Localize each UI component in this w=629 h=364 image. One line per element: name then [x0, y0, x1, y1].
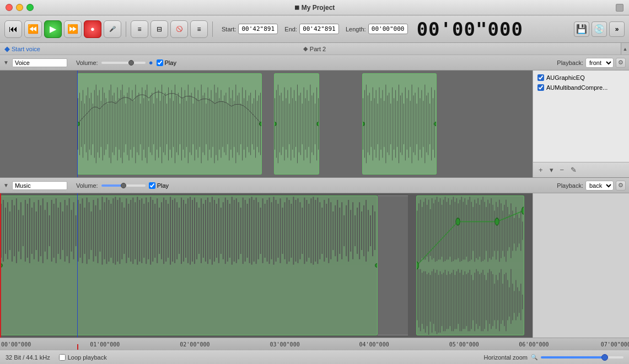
- resize-button[interactable]: [616, 4, 623, 12]
- svg-rect-452: [468, 273, 469, 331]
- edit-button-1[interactable]: ≡: [131, 20, 148, 38]
- voice-play-checkbox-label[interactable]: Play: [157, 59, 176, 66]
- voice-track-header: ▼ Volume: ● Play Playback: front back no…: [0, 55, 629, 70]
- svg-rect-162: [399, 85, 399, 164]
- svg-rect-33: [132, 90, 132, 158]
- edit-button-2[interactable]: ⊟: [150, 20, 168, 38]
- voice-clip-3-right-dot[interactable]: [434, 122, 437, 126]
- svg-rect-172: [415, 93, 416, 155]
- start-label: Start:: [222, 26, 236, 32]
- svg-rect-208: [51, 200, 52, 262]
- music-play-checkbox-label[interactable]: Play: [149, 182, 169, 189]
- record-options-button[interactable]: 🎤: [104, 20, 121, 38]
- music-track-name-input[interactable]: [12, 181, 67, 190]
- voice-clip-2[interactable]: [274, 73, 319, 175]
- svg-rect-142: [366, 85, 367, 164]
- svg-rect-450: [465, 271, 465, 329]
- svg-rect-135: [311, 95, 312, 152]
- plugin-item-1[interactable]: AUGraphicEQ: [535, 73, 627, 83]
- separator-1: [126, 21, 126, 37]
- svg-rect-427: [427, 274, 427, 326]
- music-clip-1[interactable]: [0, 195, 378, 335]
- end-input[interactable]: [299, 24, 339, 34]
- svg-rect-123: [292, 98, 293, 149]
- voice-clip-1-right-dot[interactable]: [259, 122, 262, 126]
- svg-rect-79: [208, 88, 208, 161]
- svg-rect-44: [150, 95, 150, 152]
- svg-rect-203: [40, 205, 41, 256]
- music-volume-slider[interactable]: [101, 184, 146, 187]
- music-collapse-button[interactable]: ▼: [3, 182, 9, 188]
- voice-volume-slider[interactable]: [101, 62, 146, 64]
- svg-rect-364: [430, 209, 431, 256]
- svg-rect-275: [198, 208, 200, 254]
- voice-clip-2-right-dot[interactable]: [316, 122, 319, 126]
- svg-rect-374: [447, 202, 447, 260]
- voice-play-checkbox[interactable]: [157, 59, 163, 66]
- edit-button-4[interactable]: ≡: [190, 20, 208, 38]
- voice-track-name-input[interactable]: [12, 58, 67, 67]
- voice-settings-button[interactable]: ⚙: [616, 58, 626, 68]
- start-voice-marker[interactable]: ◆ Start voice: [4, 45, 40, 53]
- music-playback-select[interactable]: front back none: [585, 181, 614, 191]
- loop-playback-checkbox[interactable]: [59, 354, 66, 361]
- burn-button[interactable]: 💿: [592, 21, 607, 37]
- music-clip-2[interactable]: [416, 195, 524, 335]
- plugin-dropdown-button[interactable]: ▾: [547, 165, 556, 175]
- svg-rect-410: [506, 200, 506, 262]
- svg-rect-128: [300, 93, 301, 155]
- svg-rect-346: [354, 215, 356, 246]
- rewind-button[interactable]: ⏮: [4, 20, 22, 38]
- voice-clip-1[interactable]: [77, 73, 262, 175]
- plugin-1-checkbox[interactable]: [537, 74, 544, 81]
- svg-rect-440: [448, 271, 449, 329]
- scrollbar-up[interactable]: ▲: [621, 43, 629, 55]
- back-button[interactable]: ⏪: [24, 20, 42, 38]
- export-button[interactable]: 💾: [574, 21, 589, 37]
- svg-rect-370: [440, 198, 440, 259]
- svg-rect-441: [450, 274, 450, 326]
- play-button[interactable]: ▶: [44, 20, 62, 38]
- plugin-2-checkbox[interactable]: [537, 84, 544, 91]
- svg-rect-83: [214, 85, 215, 164]
- svg-rect-331: [321, 208, 322, 254]
- voice-clip-3[interactable]: [362, 73, 437, 175]
- svg-rect-154: [385, 85, 386, 164]
- svg-rect-96: [235, 85, 236, 164]
- plugin-item-2[interactable]: AUMultibandCompre...: [535, 83, 627, 93]
- start-input[interactable]: [238, 24, 278, 34]
- svg-rect-319: [295, 200, 296, 262]
- zoom-icon: 🔍: [531, 354, 537, 360]
- more-button[interactable]: »: [609, 21, 625, 37]
- close-button[interactable]: [6, 4, 13, 11]
- svg-rect-55: [168, 88, 169, 161]
- length-input[interactable]: [368, 24, 408, 34]
- music-playback-group: Playback: front back none ⚙: [557, 181, 626, 191]
- svg-rect-317: [291, 204, 292, 258]
- svg-rect-80: [209, 98, 210, 149]
- svg-rect-64: [183, 98, 184, 149]
- forward-button[interactable]: ⏩: [64, 20, 82, 38]
- svg-rect-409: [504, 205, 504, 257]
- music-settings-button[interactable]: ⚙: [616, 181, 626, 191]
- record-button[interactable]: ●: [84, 20, 101, 38]
- plugin-remove-button[interactable]: −: [558, 165, 567, 175]
- svg-rect-71: [195, 88, 195, 161]
- voice-playback-select[interactable]: front back none: [585, 58, 614, 68]
- svg-rect-315: [286, 198, 287, 264]
- svg-rect-271: [190, 197, 191, 264]
- svg-rect-419: [520, 211, 521, 251]
- svg-rect-37: [138, 93, 139, 155]
- zoom-slider[interactable]: [541, 356, 623, 358]
- svg-rect-358: [420, 200, 421, 262]
- minimize-button[interactable]: [16, 4, 23, 11]
- edit-button-3[interactable]: 🚫: [170, 20, 188, 38]
- maximize-button[interactable]: [26, 4, 34, 11]
- svg-rect-422: [418, 269, 419, 328]
- svg-rect-223: [84, 208, 85, 254]
- plugin-edit-button[interactable]: ✎: [568, 165, 579, 175]
- voice-collapse-button[interactable]: ▼: [3, 59, 9, 66]
- loop-playback-label[interactable]: Loop playback: [59, 354, 107, 361]
- music-play-checkbox[interactable]: [149, 182, 155, 189]
- plugin-add-button[interactable]: +: [536, 165, 545, 175]
